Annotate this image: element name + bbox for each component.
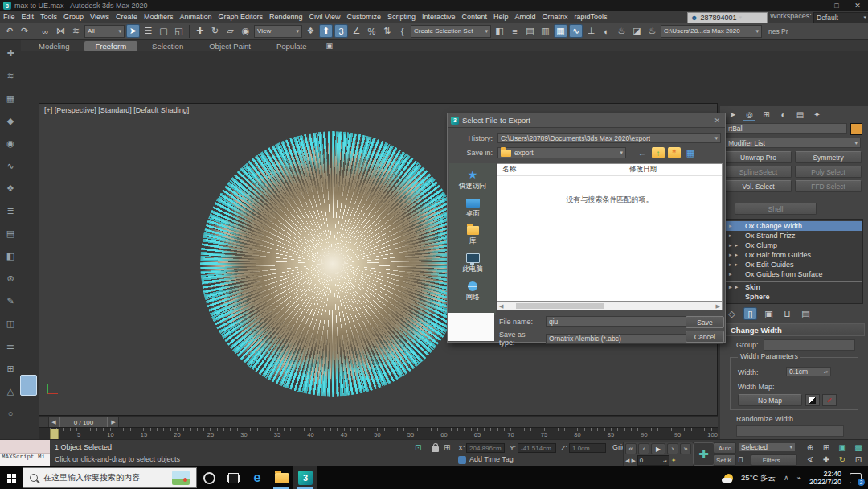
dialog-title-bar[interactable]: 3 Select File to Export ✕ <box>448 113 725 128</box>
left-toolbar-icon[interactable]: ≣ <box>4 204 17 217</box>
toggle-scene-explorer-icon[interactable]: ▤ <box>523 24 537 38</box>
weather-text[interactable]: 25°C 多云 <box>741 473 776 483</box>
select-and-scale-icon[interactable]: ▱ <box>223 24 237 38</box>
stack-arrow-icon[interactable]: ▸ ▸ <box>729 261 745 268</box>
rollout-header[interactable]: Change Width <box>723 323 865 336</box>
place-quick-access[interactable]: 快速访问 <box>459 168 486 191</box>
workspace-selector[interactable]: Default ▾ <box>813 12 868 23</box>
next-frame-icon[interactable]: › <box>667 443 678 454</box>
clock[interactable]: 22:40 2022/7/20 <box>809 470 841 486</box>
dandelion-hair-object[interactable] <box>200 131 465 397</box>
cancel-button[interactable]: Cancel <box>686 331 724 343</box>
place-this-pc[interactable]: 此电脑 <box>462 253 483 274</box>
randomize-width-field[interactable] <box>736 425 844 437</box>
show-end-result-icon[interactable]: ▯ <box>743 307 757 320</box>
select-and-move-icon[interactable]: ✚ <box>193 24 207 38</box>
modifier-stack-item[interactable]: ▸ Ox Guides from Surface <box>726 269 862 279</box>
width-spinner[interactable]: 0.1cm ▴▾ <box>786 367 831 376</box>
modifier-stack-item[interactable]: ▸ Ox Change Width <box>726 221 862 231</box>
modifier-stack-item[interactable]: ▸ ▸ Ox Clump <box>726 240 862 250</box>
cortana-button[interactable] <box>197 466 221 489</box>
configure-modifier-sets-icon[interactable]: ▤ <box>799 307 813 320</box>
current-frame-field[interactable]: 0 ▴▾ <box>637 455 669 466</box>
dialog-close-icon[interactable]: ✕ <box>714 117 720 125</box>
place-libraries[interactable]: 库 <box>467 226 479 246</box>
menu-item[interactable]: Customize <box>343 11 384 23</box>
create-tab-icon[interactable]: ➤ <box>727 109 739 120</box>
left-toolbar-icon[interactable]: ▤ <box>4 227 17 240</box>
set-key-button[interactable]: Set K. <box>714 454 736 466</box>
maxscript-mini-listener[interactable]: MAXScript Mi <box>0 440 50 467</box>
modifier-shortcut-button[interactable]: Symmetry <box>795 151 862 163</box>
next-frame-arrow[interactable]: ▶ <box>108 417 119 428</box>
x-coordinate-field[interactable]: 204.896cm <box>466 443 505 453</box>
news-weather-thumbnail[interactable] <box>172 471 190 485</box>
save-in-dropdown[interactable]: export ▾ <box>497 147 626 158</box>
listener-pane[interactable]: MAXScript Mi <box>0 454 50 467</box>
left-toolbar-icon[interactable]: ❖ <box>4 182 17 195</box>
object-color-swatch[interactable] <box>850 123 862 135</box>
project-folder-dropdown[interactable]: C:\Users\28...ds Max 2020▾ <box>661 25 762 38</box>
save-button[interactable]: Save <box>686 316 724 328</box>
unlink-selection-icon[interactable]: ⋈ <box>54 24 68 38</box>
group-input[interactable] <box>764 339 855 351</box>
percent-snap-icon[interactable]: % <box>365 24 379 38</box>
go-to-end-icon[interactable]: » <box>680 443 691 454</box>
selection-lock-icon[interactable] <box>432 446 439 452</box>
modifier-stack-item[interactable]: ▸ ▸ Ox Hair from Guides <box>726 250 862 260</box>
notification-center-icon[interactable]: 2 <box>850 473 862 483</box>
file-explorer-button[interactable] <box>269 466 293 489</box>
menu-item[interactable]: Civil View <box>306 11 344 23</box>
time-slider-value[interactable]: 0 / 100 <box>59 417 108 428</box>
align-icon[interactable]: ≡ <box>508 24 522 38</box>
select-by-name-icon[interactable]: ☰ <box>141 24 155 38</box>
back-icon[interactable]: ← <box>636 147 649 158</box>
select-and-place-icon[interactable]: ◉ <box>239 24 252 38</box>
task-view-button[interactable] <box>221 466 245 489</box>
menu-item[interactable]: Edit <box>18 11 38 23</box>
pin-stack-icon[interactable]: ◇ <box>725 307 739 320</box>
auto-key-button[interactable]: Auto <box>714 442 736 454</box>
no-map-button[interactable]: No Map <box>738 394 802 406</box>
up-one-level-icon[interactable]: ↑ <box>652 147 665 158</box>
menu-item[interactable]: Ornatrix <box>539 11 571 23</box>
menu-item[interactable]: Modifiers <box>141 11 177 23</box>
field-of-view-icon[interactable]: ∢ <box>802 454 818 466</box>
pan-icon[interactable]: ✚ <box>818 454 834 466</box>
mirror-icon[interactable]: ◧ <box>493 24 506 38</box>
key-mode-toggle-icon[interactable]: ✦ <box>671 457 677 464</box>
menu-item[interactable]: Graph Editors <box>215 11 266 23</box>
left-toolbar-icon[interactable]: △ <box>4 384 17 397</box>
create-key-button[interactable]: ✚ <box>693 442 714 466</box>
edge-button[interactable]: e <box>245 466 269 489</box>
map-slot-button[interactable] <box>805 394 820 406</box>
schematic-view-icon[interactable]: ⊥ <box>584 24 598 38</box>
z-coordinate-field[interactable]: 1.0cm <box>569 443 606 453</box>
select-and-rotate-icon[interactable]: ↻ <box>208 24 222 38</box>
menu-item[interactable]: Views <box>87 11 113 23</box>
spinner-arrows-icon[interactable]: ▴▾ <box>663 459 667 462</box>
make-unique-icon[interactable]: ▣ <box>762 307 776 320</box>
zoom-extents-icon[interactable]: ▣ <box>834 442 850 454</box>
time-slider[interactable]: ◀ 0 / 100 ▶ <box>39 416 718 428</box>
rectangular-selection-region-icon[interactable]: ▢ <box>157 24 170 38</box>
view-menu-icon[interactable]: ▦ <box>684 147 697 158</box>
select-and-link-icon[interactable]: ∞ <box>39 24 52 38</box>
menu-item[interactable]: Content <box>458 11 490 23</box>
scroll-right-icon[interactable]: ▶ <box>716 303 720 310</box>
stack-arrow-icon[interactable]: ▸ <box>729 223 745 229</box>
play-icon[interactable]: ▶ <box>651 443 665 454</box>
modifier-shortcut-button[interactable]: FFD Select <box>795 180 862 192</box>
toggle-layer-explorer-icon[interactable]: ▥ <box>538 24 552 38</box>
previous-frame-arrow[interactable]: ◀ <box>48 417 59 428</box>
place-network[interactable]: 网络 <box>466 281 480 302</box>
previous-frame-icon[interactable]: ‹ <box>638 443 649 454</box>
render-production-icon[interactable]: ♨ <box>645 24 659 38</box>
left-toolbar-icon[interactable]: ◉ <box>4 137 17 150</box>
user-account-menu[interactable]: ☻ 287894001 ▾ <box>687 12 768 23</box>
menu-item[interactable]: Help <box>490 11 512 23</box>
history-dropdown[interactable]: C:\Users\28789\Documents\3ds Max 2020\ex… <box>497 133 721 143</box>
modify-tab-icon[interactable]: ◎ <box>743 109 755 121</box>
previous-key-icon[interactable]: ◀ <box>625 458 629 464</box>
3dsmax-taskbar-button[interactable]: 3 <box>293 466 317 489</box>
